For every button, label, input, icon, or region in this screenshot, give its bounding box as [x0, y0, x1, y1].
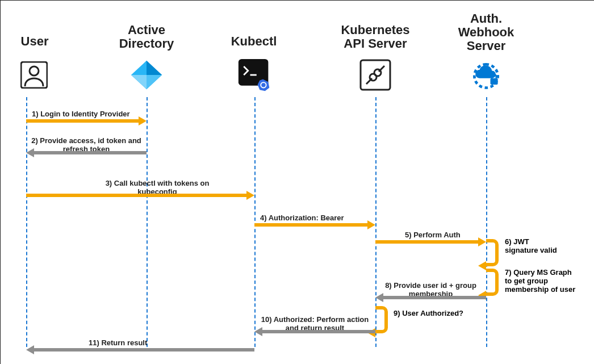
note-9: 9) User Authorized? — [394, 309, 463, 318]
user-icon — [16, 57, 52, 93]
note-7: 7) Query MS Graph to get group membershi… — [505, 269, 575, 294]
actor-label-webhook: Auth. Webhook Server — [429, 12, 543, 53]
svg-rect-13 — [491, 78, 498, 85]
actor-label-user: User — [0, 35, 91, 48]
msg-7-query-graph — [486, 269, 499, 296]
msg-6-jwt-valid — [486, 239, 499, 266]
azure-ad-icon — [129, 57, 164, 93]
actor-label-ad: Active Directory — [90, 23, 203, 51]
msg-3-call-kubectl: 3) Call kubectl with tokens on kubeconfi… — [26, 171, 254, 197]
svg-marker-5 — [131, 75, 147, 89]
svg-marker-3 — [147, 61, 162, 75]
msg-5-perform-auth: 5) Perform Auth — [375, 227, 486, 244]
msg-4-auth-bearer: 4) Authorization: Bearer — [254, 210, 375, 227]
msg-9-authorized — [375, 306, 388, 333]
terminal-kubectl-icon — [237, 57, 272, 93]
note-6: 6) JWT signature valid — [505, 238, 557, 255]
msg-1-login: 1) Login to Identity Provider — [26, 106, 147, 123]
svg-point-1 — [30, 66, 39, 76]
actor-label-kubectl: Kubectl — [197, 35, 311, 48]
msg-8-user-id: 8) Provide user id + group membership — [375, 273, 486, 299]
msg-11-return: 11) Return result — [26, 334, 254, 352]
actor-label-api: Kubernetes API Server — [319, 23, 432, 51]
cloud-lock-icon — [468, 57, 504, 93]
sequence-diagram: User Active Directory Kubectl Kubernetes… — [0, 0, 594, 364]
svg-point-12 — [374, 69, 381, 76]
msg-2-tokens: 2) Provide access, id token and refresh … — [26, 128, 147, 154]
msg-10-perform-action: 10) Authorized: Perform action and retur… — [254, 307, 375, 333]
api-plug-icon — [358, 57, 393, 93]
svg-marker-4 — [147, 75, 162, 89]
